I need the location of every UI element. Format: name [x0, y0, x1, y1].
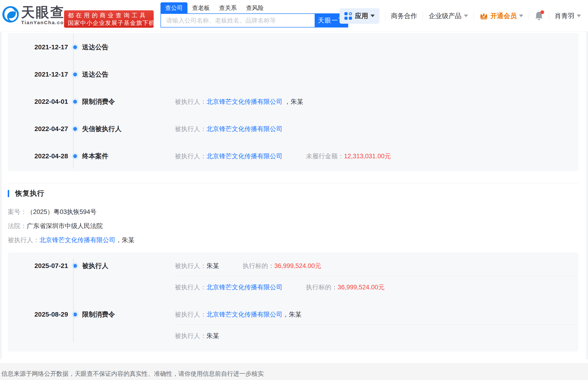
- section-title: 恢复执行: [15, 189, 44, 198]
- slogan-badge: 都在用的商业查询工具 国家中小企业发展子基金旗下机构: [64, 10, 154, 28]
- entry-event-type: 限制消费令: [82, 310, 175, 319]
- court-value: 广东省深圳市中级人民法院: [27, 222, 103, 229]
- top-navigation-bar: 天眼查 TianYanCha.com 都在用的商业查询工具 国家中小企业发展子基…: [0, 0, 588, 32]
- brand-domain: TianYanCha.com: [21, 20, 69, 25]
- tab-search-boss[interactable]: 查老板: [187, 2, 214, 13]
- divider: [423, 12, 423, 20]
- person-label: 被执行人：: [175, 153, 207, 160]
- executed-person-line: 被执行人：北京锋芒文化传播有限公司，朱某: [8, 235, 588, 245]
- target-amount-label: 执行标的：: [306, 284, 338, 291]
- apps-grid-icon: [344, 12, 352, 20]
- detail-row: 被执行人：北京锋芒文化传播有限公司执行标的：36,999,524.00元: [175, 276, 578, 303]
- person-name: 朱某: [207, 332, 219, 339]
- timeline-dot: [68, 70, 82, 76]
- crown-icon: [480, 12, 488, 20]
- entry-details: 被执行人：北京锋芒文化传播有限公司 ，朱某: [175, 97, 578, 106]
- court-line: 法院：广东省深圳市中级人民法院: [8, 221, 588, 231]
- person-label: 被执行人：: [175, 311, 207, 318]
- search-block: 查公司 查老板 查关系 查风险 天眼一下: [160, 2, 348, 27]
- tab-search-relation[interactable]: 查关系: [214, 2, 241, 13]
- notification-dot: [540, 10, 544, 14]
- divider: [529, 12, 529, 20]
- tab-search-risk[interactable]: 查风险: [241, 2, 268, 13]
- entry-details: 被执行人：北京锋芒文化传播有限公司: [175, 124, 578, 134]
- person-label: 被执行人：: [175, 284, 207, 291]
- divider: [385, 12, 385, 20]
- case-number-line: 案号：（2025）粤03执恢594号: [8, 207, 588, 217]
- page-edge-strip: [0, 32, 2, 359]
- notifications-button[interactable]: [535, 11, 543, 21]
- company-link[interactable]: 北京锋芒文化传播有限公司: [207, 98, 283, 105]
- enterprise-label: 企业级产品: [429, 12, 462, 20]
- person-name: 朱某: [207, 262, 219, 269]
- resume-timeline-card: 2025-07-21 被执行人 被执行人：朱某执行标的：36,999,524.0…: [8, 252, 578, 352]
- footer: 信息来源于网络公开数据，天眼查不保证内容的真实性、准确性，请你使用信息前自行进一…: [0, 363, 588, 380]
- user-menu[interactable]: 肖青羽: [555, 12, 581, 20]
- company-link[interactable]: 北京锋芒文化传播有限公司: [207, 125, 283, 133]
- section-marker: [8, 190, 9, 197]
- search-input[interactable]: [160, 13, 315, 27]
- timeline-entry: 2022-04-01 限制消费令 被执行人：北京锋芒文化传播有限公司 ，朱某: [8, 97, 578, 124]
- entry-detail-rows: 被执行人：北京锋芒文化传播有限公司，朱某 被执行人：朱某: [175, 310, 578, 351]
- person-suffix: ，朱某: [283, 311, 302, 318]
- court-label: 法院：: [8, 222, 27, 229]
- person-suffix: ，朱某: [115, 236, 134, 244]
- person-label: 被执行人：: [8, 236, 39, 244]
- slogan-line1: 都在用的商业查询工具: [68, 12, 150, 19]
- timeline-line: [73, 258, 74, 342]
- divider: [549, 12, 549, 20]
- entry-event-type: 终本案件: [82, 152, 175, 161]
- search-tabs: 查公司 查老板 查关系 查风险: [160, 2, 348, 13]
- apps-label: 应用: [355, 12, 368, 20]
- scrollbar-track[interactable]: [586, 32, 588, 359]
- slogan-line2: 国家中小企业发展子基金旗下机构: [68, 19, 150, 27]
- tianyancha-logo-icon[interactable]: [2, 6, 19, 22]
- person-label: 被执行人：: [175, 125, 207, 133]
- timeline-dot: [68, 124, 82, 131]
- company-link[interactable]: 北京锋芒文化传播有限公司: [207, 284, 283, 291]
- brand-name: 天眼查: [21, 5, 69, 19]
- entry-date: 2021-12-17: [8, 70, 68, 79]
- company-link[interactable]: 北京锋芒文化传播有限公司: [207, 311, 283, 318]
- brand-block[interactable]: 天眼查 TianYanCha.com: [21, 5, 69, 25]
- unfulfilled-amount-label: 未履行金额：: [306, 153, 344, 160]
- caret-down-icon: [519, 15, 523, 17]
- timeline-entry: 2021-12-17 送达公告: [8, 42, 578, 70]
- company-link[interactable]: 北京锋芒文化传播有限公司: [207, 153, 283, 160]
- entry-date: 2022-04-01: [8, 97, 68, 106]
- person-label: 被执行人：: [175, 98, 207, 105]
- unfulfilled-amount-value: 12,313,031.00元: [344, 153, 391, 160]
- page: 天眼查 TianYanCha.com 都在用的商业查询工具 国家中小企业发展子基…: [0, 0, 588, 380]
- entry-detail-rows: 被执行人：朱某执行标的：36,999,524.00元 被执行人：北京锋芒文化传播…: [175, 261, 578, 303]
- case-number-value: （2025）粤03执恢594号: [27, 208, 96, 215]
- detail-row: 被执行人：朱某执行标的：36,999,524.00元: [175, 261, 578, 276]
- resume-execution-header: 恢复执行: [8, 189, 588, 198]
- nav-enterprise-products[interactable]: 企业级产品: [429, 12, 468, 20]
- entry-date: 2022-04-27: [8, 124, 68, 134]
- detail-row: 被执行人：北京锋芒文化传播有限公司，朱某: [175, 310, 578, 324]
- timeline-entry: 2022-04-27 失信被执行人 被执行人：北京锋芒文化传播有限公司: [8, 124, 578, 152]
- timeline-entry: 2025-07-21 被执行人 被执行人：朱某执行标的：36,999,524.0…: [8, 261, 578, 303]
- timeline-entry: 2021-12-17 送达公告: [8, 70, 578, 97]
- nav-business-cooperation[interactable]: 商务合作: [391, 12, 417, 20]
- target-amount-label: 执行标的：: [243, 262, 274, 269]
- entry-details: 被执行人：北京锋芒文化传播有限公司未履行金额：12,313,031.00元: [175, 152, 578, 161]
- nav-open-vip[interactable]: 开通会员: [480, 12, 523, 20]
- timeline-entry: 2025-08-29 限制消费令 被执行人：北京锋芒文化传播有限公司，朱某 被执…: [8, 310, 578, 351]
- detail-row: 被执行人：朱某: [175, 324, 578, 351]
- entry-date: 2025-08-29: [8, 310, 68, 319]
- header-right-nav: 应用 商务合作 企业级产品 开通会员: [339, 0, 581, 32]
- entry-date: 2021-12-17: [8, 42, 68, 52]
- timeline-entry: 2022-04-28 终本案件 被执行人：北京锋芒文化传播有限公司未履行金额：1…: [8, 152, 578, 168]
- person-label: 被执行人：: [175, 262, 207, 269]
- timeline-dot: [68, 152, 82, 158]
- case-number-label: 案号：: [8, 208, 27, 215]
- timeline-dot: [68, 97, 82, 104]
- tab-search-company[interactable]: 查公司: [160, 2, 187, 13]
- timeline-dot: [68, 42, 82, 49]
- executed-timeline-card: 2021-12-17 送达公告 2021-12-17 送达公告 2022-04-…: [8, 33, 578, 171]
- username-label: 肖青羽: [555, 12, 574, 20]
- company-link[interactable]: 北京锋芒文化传播有限公司: [39, 236, 115, 244]
- entry-event-type: 送达公告: [82, 42, 175, 52]
- apps-menu[interactable]: 应用: [339, 8, 379, 24]
